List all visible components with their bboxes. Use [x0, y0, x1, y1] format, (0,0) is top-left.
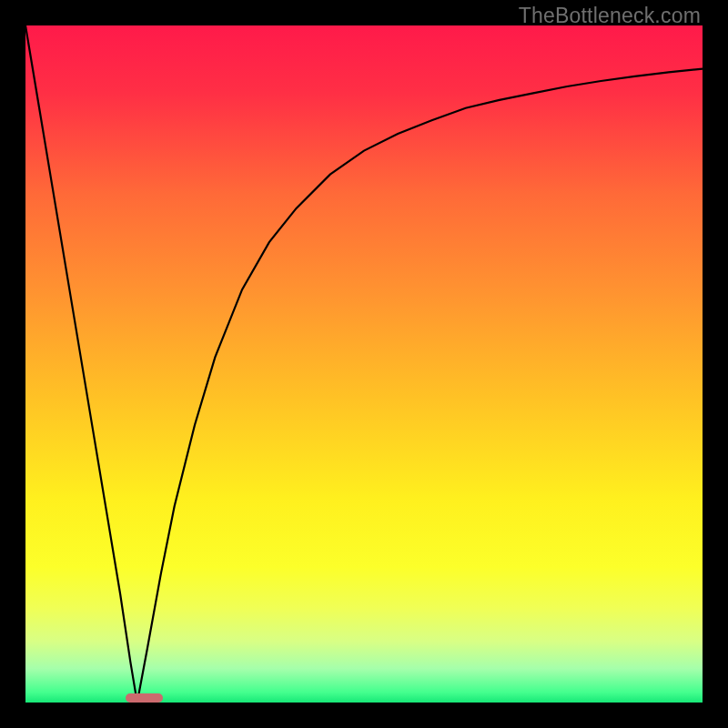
- background-gradient: [25, 25, 703, 703]
- chart-frame: TheBottleneck.com: [0, 0, 728, 728]
- plot-area: [25, 25, 703, 703]
- optimal-marker: [126, 693, 163, 703]
- svg-rect-0: [25, 25, 703, 703]
- watermark-text: TheBottleneck.com: [519, 4, 701, 28]
